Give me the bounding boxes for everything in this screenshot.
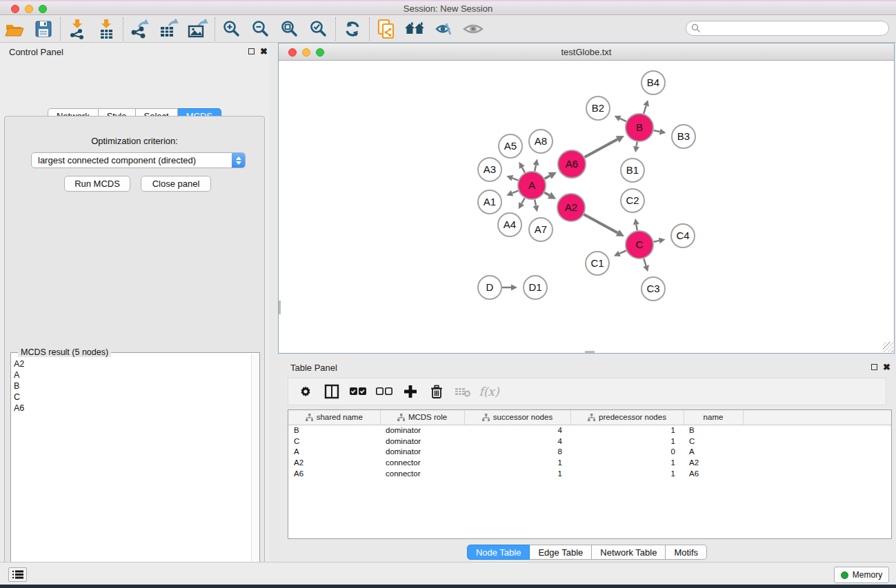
cell-shared_name[interactable]: A <box>288 447 380 458</box>
cell-mcds_role[interactable]: dominator <box>380 425 464 436</box>
tab-edge-table[interactable]: Edge Table <box>530 545 592 560</box>
zoom-fit-icon[interactable] <box>275 17 304 41</box>
save-session-icon[interactable] <box>29 17 58 41</box>
table-header-row[interactable]: shared nameMCDS rolesuccessor nodesprede… <box>288 410 891 425</box>
memory-button[interactable]: Memory <box>834 567 889 583</box>
cell-name[interactable]: A6 <box>684 468 743 479</box>
search-input[interactable] <box>686 21 889 36</box>
result-item[interactable]: C <box>14 392 250 403</box>
network-canvas[interactable]: B4B2BB3B1A5A8A6A3AA1A4A7A2C2C4CC1C3DD1 <box>279 61 894 353</box>
network-edge-B-B2[interactable] <box>620 119 626 121</box>
result-item[interactable]: A2 <box>14 358 250 369</box>
task-history-button[interactable] <box>8 567 27 582</box>
network-edge-A-A2[interactable] <box>544 192 549 195</box>
cell-mcds_role[interactable]: dominator <box>380 436 464 447</box>
network-edge-C-C4[interactable] <box>654 241 659 242</box>
network-edge-B-B1[interactable] <box>637 142 637 147</box>
table-row[interactable]: A2connector11A2 <box>288 457 891 468</box>
cell-name[interactable]: A2 <box>684 457 743 468</box>
zoom-in-icon[interactable] <box>217 17 246 41</box>
resize-grip-icon[interactable] <box>883 342 893 352</box>
cell-predecessor_nodes[interactable]: 1 <box>570 436 684 447</box>
table-row[interactable]: Adominator80A <box>288 447 891 458</box>
network-edge-A-A5[interactable] <box>522 168 525 173</box>
float-panel-icon[interactable] <box>248 48 255 54</box>
zoom-out-icon[interactable] <box>246 17 275 41</box>
tab-motifs[interactable]: Motifs <box>666 545 707 560</box>
cell-predecessor_nodes[interactable]: 1 <box>570 425 684 436</box>
column-header-successor_nodes[interactable]: successor nodes <box>464 410 570 425</box>
cell-successor_nodes[interactable]: 1 <box>464 468 570 479</box>
cell-name[interactable]: A <box>684 447 743 458</box>
column-header-predecessor_nodes[interactable]: predecessor nodes <box>570 410 684 425</box>
cell-shared_name[interactable]: A6 <box>288 468 380 479</box>
result-item[interactable]: A6 <box>14 403 250 414</box>
network-edge-A-A4[interactable] <box>521 198 525 203</box>
gear-icon[interactable] <box>294 381 317 403</box>
network-edge-A6-B[interactable] <box>585 139 618 157</box>
network-edge-B-B3[interactable] <box>654 130 660 132</box>
network-edge-A-A3[interactable] <box>512 178 519 180</box>
optimization-criterion-select[interactable]: largest connected component (directed) <box>31 152 246 168</box>
zoom-selected-icon[interactable] <box>304 17 333 41</box>
cell-name[interactable]: B <box>684 425 743 436</box>
table-row[interactable]: A6connector11A6 <box>288 468 891 479</box>
close-panel-icon[interactable]: ✖ <box>883 362 890 372</box>
import-network-icon[interactable] <box>63 17 92 41</box>
cell-successor_nodes[interactable]: 4 <box>464 436 570 447</box>
hide-details-icon[interactable] <box>430 17 459 41</box>
network-edge-C-C1[interactable] <box>619 251 626 254</box>
home-icon[interactable] <box>401 17 430 41</box>
open-file-icon[interactable] <box>0 17 29 41</box>
cell-shared_name[interactable]: C <box>288 436 380 447</box>
table-row[interactable]: Cdominator41C <box>288 436 891 447</box>
export-image-icon[interactable] <box>183 17 212 41</box>
column-header-name[interactable]: name <box>684 410 743 425</box>
cell-mcds_role[interactable]: connector <box>380 468 464 479</box>
network-edge-A-A1[interactable] <box>512 191 519 194</box>
column-header-shared_name[interactable]: shared name <box>288 410 380 425</box>
network-edge-A-A8[interactable] <box>535 165 536 171</box>
cell-predecessor_nodes[interactable]: 0 <box>570 447 684 458</box>
refresh-icon[interactable] <box>338 17 367 41</box>
network-edge-B-B4[interactable] <box>644 106 646 114</box>
cell-successor_nodes[interactable]: 8 <box>464 447 570 458</box>
network-edge-C-C3[interactable] <box>644 258 646 266</box>
export-table-icon[interactable] <box>155 17 183 41</box>
column-view-icon[interactable] <box>320 381 344 403</box>
result-scrollbar[interactable] <box>251 354 258 588</box>
cell-name[interactable]: C <box>684 436 743 447</box>
select-all-icon[interactable] <box>346 381 370 403</box>
add-column-icon[interactable] <box>399 381 422 403</box>
result-item[interactable]: B <box>14 381 250 392</box>
close-panel-icon[interactable]: ✖ <box>260 46 268 57</box>
cell-mcds_role[interactable]: connector <box>380 457 464 468</box>
tab-node-table[interactable]: Node Table <box>467 545 530 560</box>
cell-predecessor_nodes[interactable]: 1 <box>570 457 684 468</box>
clone-network-icon[interactable] <box>372 17 401 41</box>
network-edge-C-C2[interactable] <box>636 225 637 231</box>
delete-column-icon[interactable] <box>425 381 448 403</box>
cell-predecessor_nodes[interactable]: 1 <box>570 468 684 479</box>
import-table-icon[interactable] <box>92 17 121 41</box>
result-item[interactable]: A <box>14 369 250 381</box>
cell-shared_name[interactable]: B <box>288 425 380 436</box>
close-panel-button[interactable]: Close panel <box>141 176 211 192</box>
float-panel-icon[interactable] <box>871 364 877 370</box>
network-edge-A2-C[interactable] <box>584 214 617 233</box>
mcds-result-list[interactable]: A2ABCA6 <box>14 358 250 587</box>
network-edge-A-A7[interactable] <box>535 200 536 206</box>
birds-eye-icon[interactable] <box>459 17 488 41</box>
deselect-all-icon[interactable] <box>372 381 396 403</box>
cell-successor_nodes[interactable]: 1 <box>464 457 570 468</box>
export-network-icon[interactable] <box>126 17 155 41</box>
network-edge-A-A6[interactable] <box>545 176 550 179</box>
column-header-mcds_role[interactable]: MCDS role <box>380 410 464 425</box>
table-row[interactable]: Bdominator41B <box>288 425 891 436</box>
run-mcds-button[interactable]: Run MCDS <box>64 176 130 192</box>
cell-mcds_role[interactable]: dominator <box>380 447 464 458</box>
tab-network-table[interactable]: Network Table <box>592 545 666 560</box>
cell-successor_nodes[interactable]: 4 <box>464 425 570 436</box>
cell-shared_name[interactable]: A2 <box>288 457 380 468</box>
combo-stepper-icon[interactable] <box>232 153 245 168</box>
